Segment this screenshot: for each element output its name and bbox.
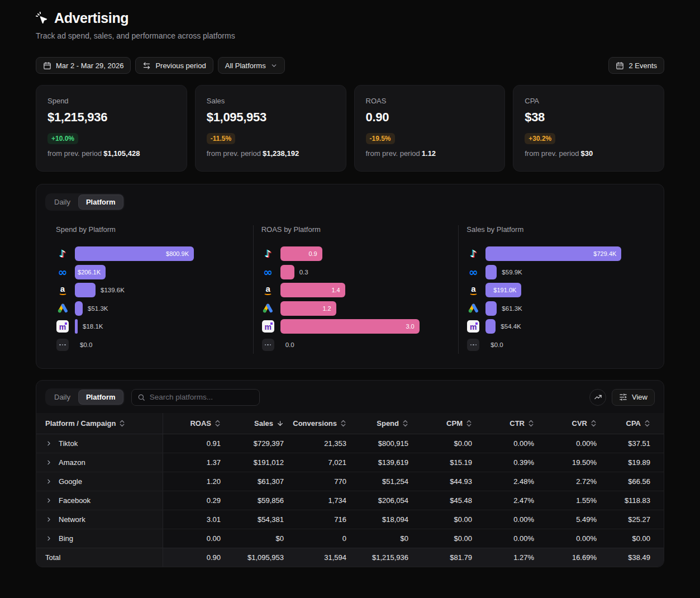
charts-tab-platform[interactable]: Platform (79, 195, 123, 209)
chevron-right-icon (45, 497, 53, 504)
bar-microsoft[interactable] (75, 319, 78, 334)
chart-row-more: $0.0 (56, 336, 246, 354)
bar-track: $0.0 (75, 338, 246, 352)
table-row-google[interactable]: Google 1.20$61,307770$51,254$44.932.48%2… (36, 472, 664, 491)
chart-roas-by-platform: ROAS by Platform ♪ 0.9 ∞ 0.3 a 1.4 1.2 m… (253, 225, 459, 354)
more-platforms-icon (467, 339, 479, 351)
bar-amazon[interactable]: 1.4 (280, 283, 345, 297)
column-header-cvr: CVR (535, 413, 598, 434)
bar-value-label: 0.0 (285, 341, 294, 348)
metric-cell: $729,397 (222, 434, 285, 453)
sort-toggle[interactable]: CTR (509, 419, 534, 428)
chart-spend-by-platform: Spend by Platform ♪ $800.9K ∞ $206.1K a … (36, 225, 253, 354)
search-icon (137, 393, 145, 401)
metric-cell: $15.19 (409, 453, 473, 472)
metric-cell: $191,012 (222, 453, 285, 472)
chart-title: ROAS by Platform (261, 225, 452, 234)
metric-cell: 1,734 (285, 491, 347, 510)
bar-track: $54.4K (485, 319, 657, 334)
bar-meta[interactable] (280, 265, 294, 279)
sort-toggle[interactable]: CPM (446, 419, 472, 428)
sort-toggle[interactable]: Platform / Campaign (45, 419, 125, 428)
search-input[interactable] (150, 393, 254, 401)
sort-toggle[interactable]: Spend (377, 419, 408, 428)
table-row-facebook[interactable]: Facebook 0.29$59,8561,734$206,054$45.482… (36, 491, 664, 510)
kpi-label: ROAS (366, 97, 494, 105)
metric-cell: $0.00 (409, 510, 473, 529)
sort-toggle[interactable]: CVR (572, 419, 597, 428)
kpi-value: $1,095,953 (207, 110, 335, 125)
table-tab-daily[interactable]: Daily (47, 390, 78, 404)
sort-toggle[interactable]: Sales (254, 419, 284, 428)
table-row-tiktok[interactable]: Tiktok 0.91$729,39721,353$800,915$0.000.… (36, 434, 664, 453)
metric-cell: 21,353 (285, 434, 347, 453)
bar-value-label: $54.4K (501, 323, 521, 330)
chevron-right-icon (45, 516, 53, 523)
kpi-change-badge: -19.5% (366, 133, 395, 144)
column-header-conversions: Conversions (285, 413, 347, 434)
sort-toggle[interactable]: CPA (626, 419, 650, 428)
tiktok-icon: ♪ (470, 248, 477, 259)
bar-amazon[interactable]: $191.0K (485, 283, 521, 297)
sort-icon (466, 420, 472, 427)
total-metric-cell: $1,215,936 (347, 548, 409, 567)
sort-toggle[interactable]: Conversions (293, 419, 346, 428)
bar-track: $59.9K (485, 265, 657, 279)
sort-icon (340, 420, 346, 427)
sort-icon (215, 420, 221, 427)
table-tab-platform[interactable]: Platform (79, 390, 123, 404)
bar-microsoft[interactable] (485, 319, 496, 334)
previous-period-button[interactable]: Previous period (135, 57, 213, 74)
events-button[interactable]: 2 Events (608, 57, 664, 74)
bar-track: $18.1K (75, 319, 246, 334)
bar-amazon[interactable] (75, 283, 96, 297)
trend-chart-button[interactable] (589, 389, 606, 406)
metric-cell: 1.55% (535, 491, 598, 510)
total-metric-cell: 0.90 (163, 548, 222, 567)
metric-cell: $139,619 (347, 453, 409, 472)
bar-track: $61.3K (485, 301, 657, 316)
bar-value-label: 0.9 (308, 250, 317, 257)
view-button[interactable]: View (612, 389, 655, 406)
table-row-amazon[interactable]: Amazon 1.37$191,0127,021$139,619$15.190.… (36, 453, 664, 472)
bar-microsoft[interactable]: 3.0 (280, 319, 420, 334)
bar-tiktok[interactable]: $729.4K (485, 246, 621, 261)
date-range-button[interactable]: Mar 2 - Mar 29, 2026 (36, 57, 131, 74)
bar-value-label: $206.1K (78, 269, 101, 276)
metric-cell: $800,915 (347, 434, 409, 453)
table-row-bing[interactable]: Bing 0.00$00$0$0.000.00%0.00%$0.00 (36, 529, 664, 548)
sort-icon (528, 420, 534, 427)
metric-cell: 0 (285, 529, 347, 548)
table-row-network[interactable]: Network 3.01$54,381716$18,094$0.000.00%5… (36, 510, 664, 529)
metric-cell: 770 (285, 472, 347, 491)
bar-track: $51.3K (75, 301, 246, 316)
platform-filter-select[interactable]: All Platforms (218, 57, 285, 74)
bar-google[interactable]: 1.2 (280, 301, 336, 316)
chevron-right-icon (45, 535, 53, 542)
bar-tiktok[interactable]: 0.9 (280, 246, 322, 261)
sort-toggle[interactable]: ROAS (190, 419, 221, 428)
bar-google[interactable] (75, 301, 83, 316)
bar-meta[interactable] (485, 265, 497, 279)
bar-value-label: $191.0K (493, 287, 516, 293)
bar-value-label: $729.4K (593, 250, 616, 257)
bar-google[interactable] (485, 301, 497, 316)
charts-tab-daily[interactable]: Daily (47, 195, 78, 209)
metric-cell: 0.91 (163, 434, 222, 453)
amazon-icon: a (264, 285, 272, 295)
table-header-row: Platform / Campaign ROAS Sales Conversio… (36, 413, 664, 434)
kpi-cards: Spend $1,215,936 +10.0% from prev. perio… (36, 85, 664, 172)
bar-meta[interactable]: $206.1K (75, 265, 106, 279)
bar-value-label: $51.3K (88, 305, 108, 312)
metric-cell: $66.56 (598, 472, 664, 491)
total-label: Total (36, 548, 163, 567)
bar-tiktok[interactable]: $800.9K (75, 246, 194, 261)
column-header-ctr: CTR (473, 413, 535, 434)
page-header: Advertising (36, 10, 664, 26)
kpi-prev-period: from prev. period$30 (525, 149, 653, 158)
google-ads-icon (468, 302, 479, 314)
charts-panel: DailyPlatform Spend by Platform ♪ $800.9… (36, 184, 664, 369)
meta-icon: ∞ (58, 266, 68, 278)
metric-cell: $61,307 (222, 472, 285, 491)
chevron-right-icon (45, 478, 53, 485)
